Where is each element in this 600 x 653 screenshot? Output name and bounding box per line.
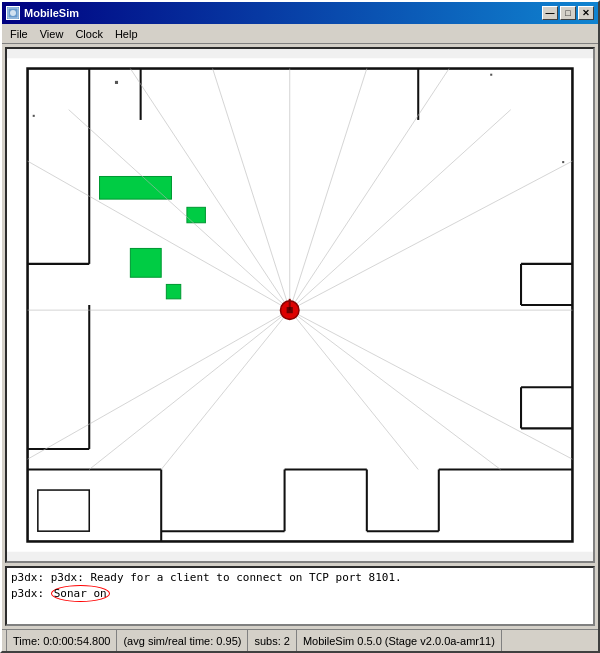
menu-file[interactable]: File — [4, 26, 34, 42]
svg-rect-29 — [562, 161, 564, 163]
svg-rect-28 — [33, 115, 35, 117]
status-bar: Time: 0:0:00:54.800 (avg sim/real time: … — [2, 629, 598, 651]
svg-rect-33 — [166, 284, 180, 298]
log-line-1: p3dx: p3dx: Ready for a client to connec… — [11, 570, 589, 585]
status-time: Time: 0:0:00:54.800 — [6, 630, 117, 651]
svg-rect-27 — [490, 74, 492, 76]
status-version: MobileSim 0.5.0 (Stage v2.0.0a-amr11) — [297, 630, 502, 651]
main-window: MobileSim — □ ✕ File View Clock Help — [0, 0, 600, 653]
menu-bar: File View Clock Help — [2, 24, 598, 44]
svg-rect-32 — [130, 248, 161, 277]
title-bar: MobileSim — □ ✕ — [2, 2, 598, 24]
log-prefix: p3dx: — [11, 587, 51, 600]
svg-rect-30 — [100, 176, 172, 199]
floor-map-svg — [7, 49, 593, 561]
svg-point-1 — [10, 10, 16, 16]
maximize-button[interactable]: □ — [560, 6, 576, 20]
window-controls: — □ ✕ — [542, 6, 594, 20]
app-icon — [6, 6, 20, 20]
log-line-2: p3dx: Sonar on — [11, 585, 589, 602]
simulation-area[interactable] — [5, 47, 595, 563]
window-title: MobileSim — [24, 7, 79, 19]
main-content: p3dx: p3dx: Ready for a client to connec… — [2, 44, 598, 629]
svg-rect-53 — [287, 307, 293, 313]
log-area: p3dx: p3dx: Ready for a client to connec… — [5, 566, 595, 626]
minimize-button[interactable]: — — [542, 6, 558, 20]
status-simreal: (avg sim/real time: 0.95) — [117, 630, 248, 651]
menu-clock[interactable]: Clock — [69, 26, 109, 42]
svg-rect-26 — [115, 81, 118, 84]
status-subs: subs: 2 — [248, 630, 296, 651]
svg-rect-31 — [187, 207, 206, 222]
menu-view[interactable]: View — [34, 26, 70, 42]
sonar-highlight: Sonar on — [51, 585, 110, 602]
menu-help[interactable]: Help — [109, 26, 144, 42]
close-button[interactable]: ✕ — [578, 6, 594, 20]
title-bar-left: MobileSim — [6, 6, 79, 20]
